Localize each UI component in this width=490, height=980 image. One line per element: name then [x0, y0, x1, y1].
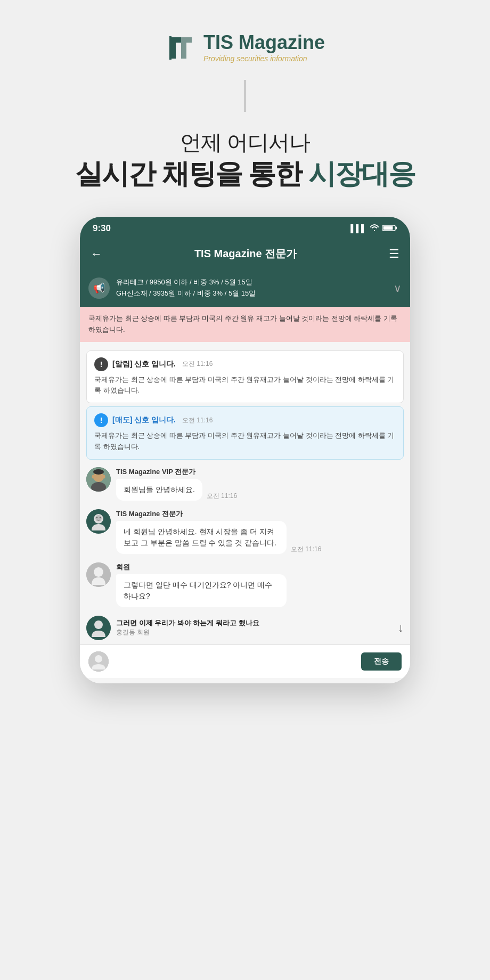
expert-bubble: 네 회원님 안녕하세요. 현재 시장을 좀 더 지켜보고 그 부분은 말씀 드릴… [116, 521, 287, 554]
status-time: 9:30 [93, 223, 111, 234]
continue-row: 전송 [80, 644, 410, 678]
headline-accent: 시장대응 [308, 158, 415, 189]
menu-button[interactable]: ☰ [389, 247, 399, 261]
bottom-msg-content: 그러면 이제 우리가 봐야 하는게 뭐라고 했나요 홍길동 회원 [116, 618, 393, 637]
chevron-down-icon[interactable]: ∨ [394, 282, 402, 295]
vip-time: 오전 11:16 [207, 492, 237, 501]
svg-point-15 [96, 517, 97, 518]
alert-normal-header: ! [알림] 신호 입니다. 오전 11:16 [94, 357, 396, 371]
logo-title: TIS Magazine [203, 33, 325, 52]
svg-marker-1 [181, 37, 192, 59]
headline-area: 언제 어디서나 실시간 채팅을 통한 시장대응 [54, 128, 436, 190]
status-bar: 9:30 ▌▌▌ [80, 217, 410, 240]
signal-icon: ▌▌▌ [350, 224, 366, 233]
back-button[interactable]: ← [91, 247, 102, 261]
alert-blue-body: 국제유가는 최근 상승에 따른 부담과 미국의 주간 원유재고가 늘어날 것이라… [94, 430, 396, 453]
logo-text-block: TIS Magazine Providing securities inform… [203, 33, 325, 63]
expert-msg-content: TIS Magazine 전문가 네 회원님 안녕하세요. 현재 시장을 좀 더… [116, 509, 404, 554]
phone-mockup: 9:30 ▌▌▌ ← TIS Magazine 전문가 ☰ 📢 [80, 217, 410, 683]
bottom-avatar [86, 616, 111, 640]
vip-msg-content: TIS Magazine VIP 전문가 회원님들 안녕하세요. 오전 11:1… [116, 467, 404, 501]
status-icons: ▌▌▌ [350, 224, 397, 233]
svg-point-18 [94, 567, 103, 577]
divider [244, 80, 246, 112]
member-bubble: 그렇다면 일단 매수 대기인가요? 아니면 매수 하나요? [116, 574, 287, 607]
bottom-msg-sender: 그러면 이제 우리가 봐야 하는게 뭐라고 했나요 [116, 618, 393, 628]
continue-avatar [88, 651, 109, 672]
svg-point-9 [93, 469, 104, 475]
member-avatar [86, 562, 111, 587]
alert-pink: 국제유가는 최근 상승에 따른 부담과 미국의 주간 원유 재고가 늘어날 것이… [80, 307, 410, 342]
chat-row-vip: TIS Magazine VIP 전문가 회원님들 안녕하세요. 오전 11:1… [80, 463, 410, 505]
alert-blue-msg: ! [매도] 신호 입니다. 오전 11:16 국제유가는 최근 상승에 따른 … [86, 406, 404, 460]
battery-icon [382, 224, 397, 233]
send-button[interactable]: 전송 [361, 652, 402, 671]
nav-title: TIS Magazine 전문가 [194, 247, 297, 261]
logo-area: TIS Magazine Providing securities inform… [165, 32, 325, 64]
bottom-msg-row: 그러면 이제 우리가 봐야 하는게 뭐라고 했나요 홍길동 회원 ↓ [80, 611, 410, 644]
alert-blue-time: 오전 11:16 [182, 416, 213, 425]
expert-avatar [86, 509, 111, 534]
member-msg-content: 회원 그렇다면 일단 매수 대기인가요? 아니면 매수 하나요? [116, 562, 404, 607]
announcement-banner: 📢 유라테크 / 9950원 이하 / 비중 3% / 5월 15일 GH신소재… [80, 270, 410, 307]
member-sender: 회원 [116, 562, 404, 572]
tis-logo-icon [165, 32, 197, 64]
vip-sender: TIS Magazine VIP 전문가 [116, 467, 404, 477]
alert-normal-body: 국제유가는 최근 상승에 따른 부담과 미국의 주간 원유재고가 늘어날 것이라… [94, 374, 396, 397]
svg-rect-2 [169, 36, 172, 60]
nav-bar: ← TIS Magazine 전문가 ☰ [80, 240, 410, 270]
svg-rect-4 [383, 226, 393, 230]
announcement-line1: 유라테크 / 9950원 이하 / 비중 3% / 5월 15일 [116, 277, 387, 288]
logo-subtitle: Providing securities information [203, 54, 325, 63]
expert-sender: TIS Magazine 전문가 [116, 509, 404, 519]
alert-blue-title: [매도] 신호 입니다. [112, 415, 176, 425]
svg-point-20 [94, 620, 103, 629]
headline-sub: 언제 어디서나 [75, 128, 414, 157]
headline-main-text: 실시간 채팅을 통한 [75, 158, 308, 189]
chat-row-member: 회원 그렇다면 일단 매수 대기인가요? 아니면 매수 하나요? [80, 558, 410, 611]
expert-time: 오전 11:16 [291, 545, 321, 554]
chat-row-expert: TIS Magazine 전문가 네 회원님 안녕하세요. 현재 시장을 좀 더… [80, 505, 410, 558]
alert-blue-header: ! [매도] 신호 입니다. 오전 11:16 [94, 413, 396, 427]
alert-normal-msg: ! [알림] 신호 입니다. 오전 11:16 국제유가는 최근 상승에 따른 … [86, 350, 404, 404]
alert-pink-text: 국제유가는 최근 상승에 따른 부담과 미국의 주간 원유 재고가 늘어날 것이… [88, 314, 397, 333]
vip-bubble: 회원님들 안녕하세요. [116, 479, 202, 501]
svg-point-11 [103, 475, 105, 478]
alert-blue-icon: ! [94, 413, 108, 427]
wifi-icon [370, 224, 379, 233]
header: TIS Magazine Providing securities inform… [0, 0, 490, 217]
alert-normal-time: 오전 11:16 [182, 360, 213, 369]
chat-area: ! [알림] 신호 입니다. 오전 11:16 국제유가는 최근 상승에 따른 … [80, 342, 410, 683]
announcement-text: 유라테크 / 9950원 이하 / 비중 3% / 5월 15일 GH신소재 /… [116, 277, 387, 299]
svg-point-16 [100, 517, 101, 518]
svg-marker-0 [170, 37, 181, 59]
svg-point-22 [95, 655, 102, 663]
announcement-icon: 📢 [88, 277, 110, 299]
vip-avatar [86, 467, 111, 492]
alert-normal-title: [알림] 신호 입니다. [112, 360, 176, 369]
alert-normal-icon: ! [94, 357, 108, 371]
scroll-down-icon[interactable]: ↓ [398, 621, 404, 635]
announcement-line2: GH신소재 / 3935원 이하 / 비중 3% / 5월 15일 [116, 288, 387, 299]
headline-main: 실시간 채팅을 통한 시장대응 [75, 157, 414, 190]
bottom-msg-sub: 홍길동 회원 [116, 628, 393, 637]
svg-rect-5 [396, 226, 397, 229]
svg-point-10 [92, 475, 95, 478]
